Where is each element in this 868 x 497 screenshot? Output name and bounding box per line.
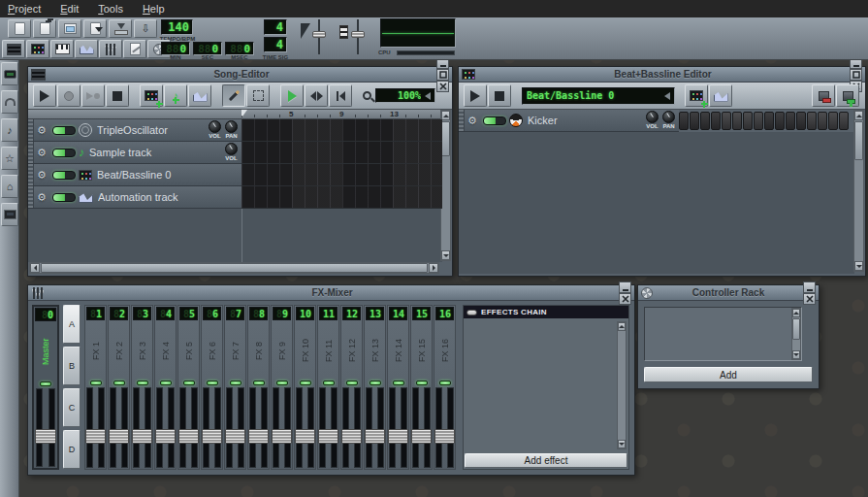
fx-channel-label[interactable]: FX 2: [114, 322, 124, 379]
fx-channel-fader[interactable]: [203, 387, 221, 468]
fx-channel[interactable]: 10FX 10: [294, 305, 316, 470]
fader-handle[interactable]: [341, 429, 362, 444]
track-gear-icon[interactable]: ⚙: [465, 115, 480, 127]
fx-channel-led[interactable]: [183, 381, 195, 385]
beat-step-2[interactable]: [690, 112, 699, 130]
fx-channel[interactable]: 88FX 8: [247, 305, 270, 470]
bb-editor-vscrollbar[interactable]: [853, 110, 864, 272]
beat-step-12[interactable]: [796, 112, 806, 130]
stop-button[interactable]: [106, 84, 129, 107]
edit-mode-button[interactable]: [246, 84, 270, 107]
track-name[interactable]: TripleOscillator: [97, 124, 199, 136]
pan-knob[interactable]: [662, 111, 675, 123]
menu-project[interactable]: Project: [8, 3, 41, 15]
fx-channel[interactable]: 11FX 11: [317, 305, 339, 470]
minimize-button[interactable]: [803, 282, 816, 293]
fx-channel-led[interactable]: [113, 381, 125, 385]
auto-scroll-button[interactable]: [280, 84, 304, 107]
pan-knob[interactable]: [225, 120, 238, 133]
track-name[interactable]: Sample track: [89, 147, 199, 158]
controller-rack-titlebar[interactable]: Controller Rack: [638, 285, 819, 301]
fx-channel-display[interactable]: 13: [366, 307, 384, 320]
fx-channel-label[interactable]: FX 15: [417, 322, 427, 379]
fx-channel[interactable]: 89FX 9: [271, 305, 293, 470]
time-msec-display[interactable]: 880: [225, 42, 254, 55]
toggle-bb-editor-button[interactable]: [26, 40, 49, 58]
fx-channel[interactable]: 84FX 4: [154, 305, 177, 470]
fx-channel-label[interactable]: FX 16: [440, 322, 450, 379]
menu-help[interactable]: Help: [143, 3, 165, 15]
fx-channel-led[interactable]: [416, 381, 428, 385]
vol-knob[interactable]: [209, 120, 221, 133]
play-button[interactable]: [33, 84, 56, 107]
fx-bank-b-button[interactable]: B: [63, 347, 80, 385]
effects-chain-scrollbar[interactable]: [617, 321, 627, 449]
track-mute-led[interactable]: [52, 149, 76, 157]
fx-channel-display[interactable]: 84: [156, 307, 175, 320]
fx-channel-led[interactable]: [323, 381, 335, 385]
effects-chain-enable-checkbox[interactable]: [466, 310, 477, 315]
bb-editor-titlebar[interactable]: Beat+Bassline Editor: [459, 67, 865, 83]
fader-handle[interactable]: [248, 429, 269, 444]
fx-channel-label[interactable]: FX 14: [394, 322, 403, 379]
beat-step-16[interactable]: [839, 112, 849, 130]
sidebar-my-home-button[interactable]: ⌂: [1, 175, 18, 198]
track-content-cell[interactable]: [241, 186, 442, 209]
bb-stop-button[interactable]: [488, 84, 511, 107]
vol-knob[interactable]: [225, 143, 238, 155]
track-name[interactable]: Kicker: [528, 115, 636, 126]
fx-channel-display[interactable]: 11: [319, 307, 338, 320]
fx-channel-led[interactable]: [439, 381, 451, 385]
beat-step-1[interactable]: [679, 112, 689, 130]
import-project-button[interactable]: [109, 19, 132, 38]
bb-add-automation-track-button[interactable]: [709, 84, 732, 107]
sidebar-my-computer-button[interactable]: [1, 203, 18, 226]
tempo-display[interactable]: 140: [161, 19, 193, 35]
sidebar-my-favorites-button[interactable]: ☆: [1, 147, 18, 170]
new-project-button[interactable]: [8, 19, 31, 38]
fx-channel-fader[interactable]: [133, 387, 151, 468]
beat-step-8[interactable]: [754, 112, 763, 130]
fx-channel-label[interactable]: FX 10: [301, 322, 310, 379]
fx-channel-display[interactable]: 82: [110, 307, 128, 320]
open-recent-project-button[interactable]: [83, 19, 107, 38]
draw-mode-button[interactable]: [222, 84, 245, 107]
vol-knob[interactable]: [646, 111, 659, 123]
controller-list-scrollbar[interactable]: [791, 308, 801, 360]
timesig-denominator-display[interactable]: 4: [264, 37, 287, 52]
fx-channel[interactable]: 12FX 12: [340, 305, 363, 470]
fx-channel-display[interactable]: 86: [203, 307, 221, 320]
fx-channel-fader[interactable]: [156, 387, 175, 468]
track-mute-led[interactable]: [52, 126, 76, 135]
fx-channel-fader[interactable]: [273, 387, 291, 468]
track-content-cell[interactable]: [241, 164, 442, 186]
fader-handle[interactable]: [202, 429, 222, 444]
track-mute-led[interactable]: [483, 116, 506, 125]
fx-channel[interactable]: 13FX 13: [364, 305, 386, 470]
beat-step-5[interactable]: [722, 112, 731, 130]
close-button[interactable]: [436, 81, 449, 92]
fx-channel-display[interactable]: 87: [226, 307, 244, 320]
fader-handle[interactable]: [365, 429, 385, 444]
fx-channel-fader[interactable]: [412, 387, 431, 468]
master-pitch-slider[interactable]: [351, 19, 365, 54]
fx-channel[interactable]: 16FX 16: [434, 305, 456, 470]
sidebar-instrument-plugins-button[interactable]: [1, 62, 18, 85]
record-button[interactable]: [57, 84, 80, 107]
fx-channel-led[interactable]: [137, 381, 148, 385]
track-gear-icon[interactable]: ⚙: [34, 191, 49, 204]
fx-channel-label[interactable]: FX 1: [91, 322, 101, 379]
add-automation-track-button[interactable]: [188, 84, 211, 107]
toggle-fx-mixer-button[interactable]: [99, 40, 122, 58]
fx-channel-master[interactable]: 80Master: [32, 305, 59, 470]
fader-handle[interactable]: [295, 429, 315, 444]
fx-channel-fader[interactable]: [249, 387, 268, 468]
fx-channel-label[interactable]: FX 11: [324, 322, 334, 379]
fx-channel[interactable]: 15FX 15: [410, 305, 433, 470]
fx-channel-led[interactable]: [253, 381, 265, 385]
fx-channel-label[interactable]: FX 6: [208, 322, 217, 379]
fx-channel-fader[interactable]: [435, 387, 454, 468]
track-name[interactable]: Automation track: [98, 191, 199, 203]
track-gear-icon[interactable]: ⚙: [34, 124, 49, 137]
fx-channel-display[interactable]: 80: [35, 308, 56, 321]
